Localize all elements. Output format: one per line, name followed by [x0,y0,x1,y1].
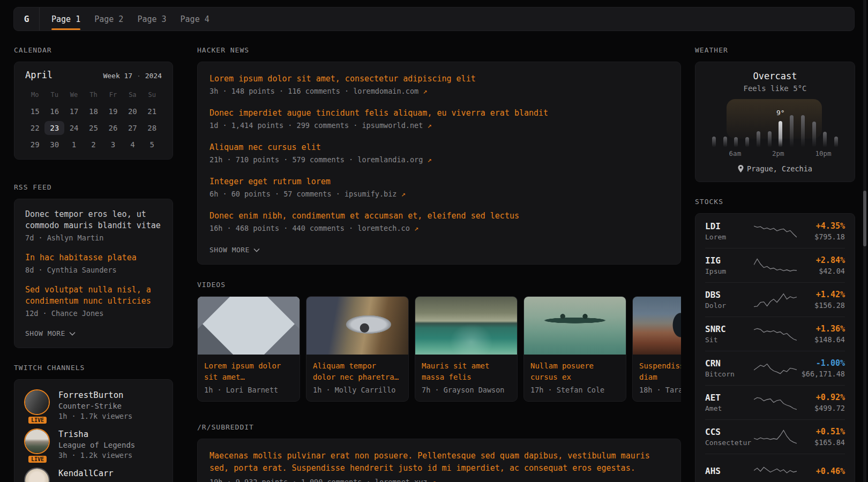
stock-ticker[interactable]: AHS [705,466,754,476]
tab-page-3[interactable]: Page 3 [137,7,166,31]
tab-page-1[interactable]: Page 1 [51,7,80,31]
stock-ticker[interactable]: AET [705,393,754,403]
calendar-weekday: Sa [123,88,142,102]
tab-page-2[interactable]: Page 2 [94,7,123,31]
twitch-channel-info: TrishaLeague of Legends3h · 1.2k viewers [58,430,135,460]
rss-item: Donec tempor eros leo, ut commodo mauris… [25,209,162,243]
hn-item-domain-link[interactable]: loremtech.co ↗ [357,224,418,232]
avatar[interactable] [25,390,49,414]
calendar-day[interactable]: 26 [103,121,123,135]
calendar-day[interactable]: 1 [64,138,84,152]
stock-info: LDILorem [705,221,754,241]
video-title[interactable]: Mauris sit amet massa felis [415,355,517,383]
calendar-day[interactable]: 3 [103,138,123,152]
calendar-day[interactable]: 24 [64,121,84,135]
hn-item-title[interactable]: Integer eget rutrum lorem [209,176,669,187]
calendar-day[interactable]: 18 [84,104,103,118]
calendar-day[interactable]: 22 [25,121,44,135]
video-thumbnail[interactable] [198,297,300,355]
stock-values: -1.00%$66,171.48 [797,358,845,378]
weather-bar[interactable] [745,137,749,147]
calendar-day[interactable]: 15 [25,104,44,118]
calendar-day[interactable]: 30 [44,138,64,152]
subreddit-post-title[interactable]: Maecenas mollis pulvinar erat non posuer… [209,450,669,475]
weather-bar[interactable] [757,131,760,147]
calendar-day[interactable]: 23 [44,121,64,135]
stock-ticker[interactable]: DBS [705,290,754,300]
rss-item-title[interactable]: Sed volutpat nulla nisl, a condimentum n… [25,284,162,307]
hackernews-show-more-button[interactable]: SHOW MORE [209,246,260,254]
tab-page-4[interactable]: Page 4 [181,7,209,31]
hn-item-domain: loremdomain.com [353,87,423,95]
rss-widget: Donec tempor eros leo, ut commodo mauris… [14,199,173,348]
stock-ticker[interactable]: LDI [705,221,754,231]
calendar-weekday: Fr [103,88,123,102]
video-title[interactable]: Nullam posuere cursus ex [524,355,626,383]
page-scrollbar-thumb[interactable] [863,191,866,246]
hn-item-title[interactable]: Lorem ipsum dolor sit amet, consectetur … [209,73,669,85]
calendar-day[interactable]: 21 [143,104,162,118]
video-card: Aliquam tempor dolor nec pharetra…1h · M… [306,296,409,402]
rss-show-more-button[interactable]: SHOW MORE [25,329,76,337]
calendar-day[interactable]: 19 [103,104,123,118]
weather-bar[interactable] [723,137,727,147]
calendar-day[interactable]: 27 [123,121,142,135]
hn-item-domain-link[interactable]: loremlandia.org ↗ [357,155,431,164]
avatar[interactable] [25,430,49,453]
twitch-list: LIVEForrestBurtonCounter-Strike1h · 1.7k… [25,390,162,482]
hn-item-domain-link[interactable]: ipsumworld.net ↗ [362,121,431,130]
calendar-day[interactable]: 4 [123,138,142,152]
stock-ticker[interactable]: SNRC [705,324,754,334]
app-logo[interactable]: G [14,7,40,31]
video-thumbnail[interactable] [524,297,626,355]
rss-item-title[interactable]: In hac habitasse platea [25,252,162,263]
weather-time-label: 10pm [815,149,832,157]
hn-item-domain: ipsumify.biz [345,190,401,198]
video-thumbnail[interactable] [633,297,681,355]
calendar-day[interactable]: 2 [84,138,103,152]
twitch-channel-name[interactable]: Trisha [58,430,135,439]
weather-bar[interactable] [712,137,716,147]
weather-bar[interactable] [768,131,772,147]
hn-item-title[interactable]: Aliquam nec cursus elit [209,141,669,153]
subreddit-post-domain-link[interactable]: loremnet.xyz ↗ [375,478,436,482]
weather-bar[interactable] [823,132,827,147]
avatar[interactable] [25,469,49,482]
hn-item-title[interactable]: Donec imperdiet augue tincidunt felis al… [209,107,669,119]
calendar-widget: April Week 17 · 2024 MoTuWeThFrSaSu15161… [14,62,173,160]
weather-bar[interactable] [812,122,816,147]
weather-time-label [719,149,729,157]
video-title[interactable]: Suspendisse posuere diam [633,355,681,383]
hn-item-domain-link[interactable]: ipsumify.biz ↗ [345,190,406,198]
rss-item-title[interactable]: Donec tempor eros leo, ut commodo mauris… [25,209,162,231]
video-thumbnail[interactable] [306,297,408,355]
video-title[interactable]: Lorem ipsum dolor sit amet consectetu… [198,355,300,383]
weather-bar[interactable] [734,137,738,147]
calendar-day[interactable]: 5 [143,138,162,152]
calendar-day[interactable]: 16 [44,104,64,118]
weather-location: Prague, Czechia [708,164,842,173]
weather-bar[interactable] [801,115,805,147]
video-title[interactable]: Aliquam tempor dolor nec pharetra… [306,355,408,383]
twitch-channel-row: LIVETrishaLeague of Legends3h · 1.2k vie… [25,430,162,460]
weather-bar[interactable] [790,115,794,147]
calendar-day[interactable]: 28 [143,121,162,135]
calendar-day[interactable]: 25 [84,121,103,135]
calendar-day[interactable]: 29 [25,138,44,152]
calendar-day[interactable]: 17 [64,104,84,118]
twitch-channel-name[interactable]: ForrestBurton [58,390,132,400]
twitch-channel-info: KendallCarr [58,469,114,482]
calendar-day[interactable]: 20 [123,104,142,118]
external-link-icon: ↗ [432,478,436,482]
weather-bar[interactable] [779,121,782,147]
video-thumbnail[interactable] [415,297,517,355]
weather-time-label [795,149,805,157]
hn-item-domain-link[interactable]: loremdomain.com ↗ [353,87,427,95]
stock-ticker[interactable]: CCS [705,427,754,437]
twitch-channel-row: LIVEForrestBurtonCounter-Strike1h · 1.7k… [25,390,162,420]
hn-item-title[interactable]: Donec enim nibh, condimentum et accumsan… [209,210,669,222]
twitch-channel-name[interactable]: KendallCarr [58,469,114,478]
stock-ticker[interactable]: CRN [705,358,754,368]
stock-ticker[interactable]: IIG [705,255,754,266]
weather-bar[interactable] [834,137,838,147]
